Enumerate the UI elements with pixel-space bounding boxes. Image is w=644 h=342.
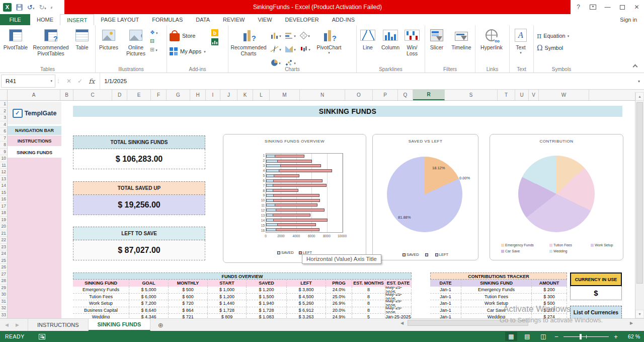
- column-header-W[interactable]: W: [539, 90, 589, 100]
- sheet-tab-instructions[interactable]: INSTRUCTIONS: [28, 319, 89, 331]
- zoom-in-icon[interactable]: +: [613, 333, 619, 340]
- cell[interactable]: Jan-1: [430, 300, 461, 307]
- next-sheet-icon[interactable]: ▶: [16, 322, 19, 327]
- column-header-S[interactable]: S: [445, 90, 498, 100]
- store-button[interactable]: Store: [167, 29, 208, 43]
- recommended-charts-button[interactable]: Recommended Charts: [228, 27, 269, 56]
- row-header-1[interactable]: 1: [0, 101, 7, 108]
- scroll-down-icon[interactable]: ▼: [635, 310, 644, 318]
- close-button[interactable]: ✕: [629, 0, 644, 14]
- column-header-O[interactable]: O: [345, 90, 373, 100]
- row-header-26[interactable]: 26: [0, 264, 7, 271]
- cell[interactable]: $ 7,200: [129, 300, 169, 307]
- row-header-2[interactable]: 2: [0, 108, 7, 115]
- symbol-button[interactable]: Ω Symbol: [534, 42, 572, 54]
- tab-page-layout[interactable]: PAGE LAYOUT: [94, 14, 145, 25]
- scroll-up-icon[interactable]: ▲: [635, 92, 644, 101]
- cell[interactable]: Jan-1: [430, 287, 461, 293]
- timeline-button[interactable]: Timeline: [448, 27, 474, 50]
- cell[interactable]: $ 5,000: [129, 287, 169, 293]
- row-header-13[interactable]: 13: [0, 176, 7, 183]
- sidebar-item-instructions[interactable]: INSTRUCTIONS: [8, 135, 61, 146]
- online-pictures-button[interactable]: Online Pictures: [122, 27, 150, 56]
- cell[interactable]: 8: [352, 307, 385, 314]
- cell[interactable]: May-25-2025: [385, 300, 412, 307]
- row-header-21[interactable]: 21: [0, 230, 7, 237]
- ribbon-display-options-button[interactable]: ▴: [586, 0, 600, 14]
- cell[interactable]: May-25-2025: [385, 307, 412, 314]
- column-header-C[interactable]: C: [73, 90, 112, 100]
- cell[interactable]: $ 8,640: [129, 307, 169, 314]
- row-header-20[interactable]: 20: [0, 223, 7, 230]
- insert-radar-chart-button[interactable]: ▾: [298, 29, 312, 42]
- tab-insert[interactable]: INSERT: [60, 14, 94, 25]
- recommended-pivottables-button[interactable]: Recommended PivotTables: [31, 27, 70, 56]
- cell[interactable]: $ 1,200: [247, 287, 287, 293]
- cell[interactable]: Wedding: [73, 314, 129, 318]
- cell[interactable]: $ 1,500: [247, 294, 287, 300]
- row-header-7[interactable]: 7: [0, 135, 7, 142]
- cell[interactable]: $ 1,083: [247, 314, 287, 318]
- scroll-right-icon[interactable]: ▶: [628, 321, 635, 325]
- column-header-P[interactable]: P: [373, 90, 398, 100]
- row-header-11[interactable]: 11: [0, 162, 7, 169]
- cell[interactable]: $ 720: [169, 300, 208, 307]
- cell[interactable]: $ 864: [169, 307, 208, 314]
- cell[interactable]: 24.9%: [326, 314, 352, 318]
- column-header-G[interactable]: G: [167, 90, 190, 100]
- row-header-25[interactable]: 25: [0, 257, 7, 264]
- column-header-T[interactable]: T: [498, 90, 515, 100]
- cell[interactable]: $ 5,260: [287, 300, 326, 307]
- zoom-slider[interactable]: [564, 333, 609, 340]
- cell[interactable]: $ 1,940: [247, 300, 287, 307]
- prev-sheet-icon[interactable]: ◀: [5, 322, 9, 327]
- cell[interactable]: 8: [352, 300, 385, 307]
- people-graph-icon[interactable]: [211, 38, 218, 45]
- sparkline-column-button[interactable]: Column: [379, 27, 402, 50]
- cell[interactable]: $ 1,728: [208, 307, 247, 314]
- row-header-12[interactable]: 12: [0, 169, 7, 176]
- cell[interactable]: 8: [352, 287, 385, 293]
- cell[interactable]: 5: [352, 314, 385, 318]
- redo-icon[interactable]: ↻▾: [39, 4, 46, 11]
- row-header-27[interactable]: 27: [0, 271, 7, 278]
- row-header-31[interactable]: 31: [0, 298, 7, 305]
- cell[interactable]: Jan-25-2025: [385, 314, 412, 318]
- cell[interactable]: Emergency Funds: [461, 287, 532, 293]
- chart-contribution[interactable]: CONTRIBUTION Emergency FundsTution FeesW…: [490, 134, 623, 260]
- cell[interactable]: $ 1,440: [208, 300, 247, 307]
- tab-data[interactable]: DATA: [189, 14, 216, 25]
- cell[interactable]: $ 6,000: [129, 294, 169, 300]
- row-header-18[interactable]: 18: [0, 210, 7, 217]
- column-header-H[interactable]: H: [190, 90, 206, 100]
- tab-review[interactable]: REVIEW: [216, 14, 251, 25]
- cell[interactable]: May-25-2025: [385, 287, 412, 293]
- page-layout-view-icon[interactable]: ▤: [521, 332, 533, 341]
- name-box[interactable]: R41▾: [1, 75, 55, 88]
- tab-formulas[interactable]: FORMULAS: [145, 14, 189, 25]
- cell[interactable]: $ 300: [532, 294, 567, 300]
- cell[interactable]: $ 4,346: [129, 314, 169, 318]
- help-button[interactable]: ?: [571, 0, 586, 14]
- page-break-view-icon[interactable]: ◫: [537, 332, 549, 341]
- pivottable-button[interactable]: PivotTable: [0, 27, 31, 50]
- tab-view[interactable]: VIEW: [251, 14, 278, 25]
- row-header-6[interactable]: 6: [0, 128, 7, 135]
- cell[interactable]: $ 3,800: [287, 287, 326, 293]
- formula-input[interactable]: 1/1/2025: [100, 73, 634, 89]
- cell[interactable]: Tution Fees: [461, 294, 532, 300]
- row-header-23[interactable]: 23: [0, 244, 7, 251]
- undo-icon[interactable]: ↺▾: [27, 4, 34, 11]
- insert-bar-chart-button[interactable]: ▾: [283, 29, 298, 42]
- row-header-15[interactable]: 15: [0, 189, 7, 196]
- formula-bar-expand-icon[interactable]: ▾: [634, 73, 644, 89]
- row-header-3[interactable]: 3: [0, 114, 7, 121]
- tab-developer[interactable]: DEVELOPER: [279, 14, 326, 25]
- cell[interactable]: 24.0%: [326, 287, 352, 293]
- cell[interactable]: $ 4,500: [287, 294, 326, 300]
- minimize-button[interactable]: —: [600, 0, 615, 14]
- collapse-ribbon-icon[interactable]: [633, 64, 638, 70]
- column-header-U[interactable]: U: [515, 90, 529, 100]
- smartart-button[interactable]: ⊟: [150, 38, 157, 44]
- zoom-out-icon[interactable]: −: [553, 333, 559, 340]
